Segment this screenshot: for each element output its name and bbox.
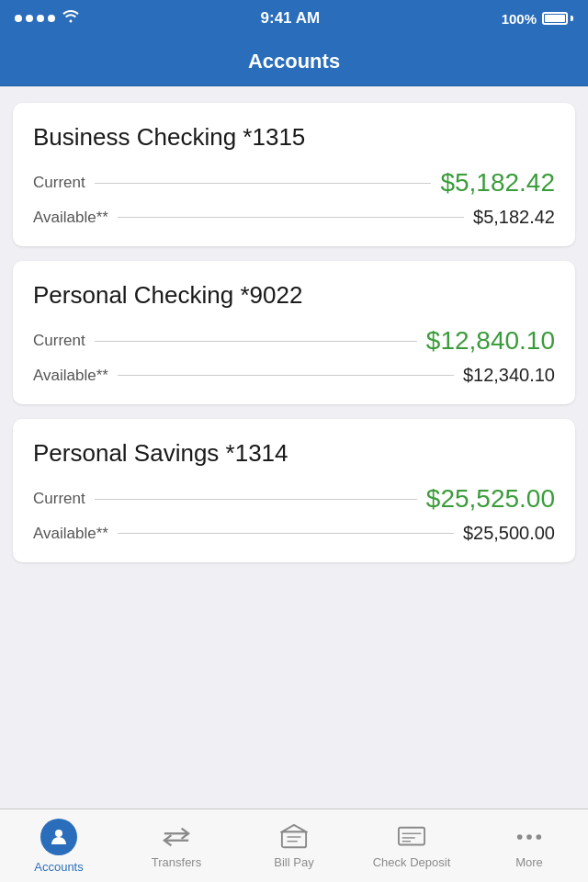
tab-more-label: More	[515, 855, 543, 869]
current-amount-0: $5,182.42	[440, 168, 555, 198]
dot4	[48, 15, 55, 22]
tab-accounts[interactable]: Accounts	[0, 809, 118, 882]
tab-checkdeposit-label: Check Deposit	[373, 855, 451, 869]
tab-transfers[interactable]: Transfers	[118, 809, 235, 882]
page-title: Accounts	[248, 50, 340, 74]
account-available-row-0: Available** $5,182.42	[33, 207, 555, 228]
billpay-icon	[280, 823, 308, 851]
dots-0	[95, 183, 432, 184]
signal-dots	[15, 15, 55, 22]
tab-more[interactable]: More	[470, 809, 588, 882]
available-amount-0: $5,182.42	[473, 207, 555, 228]
svg-point-11	[517, 834, 523, 840]
dots-avail-1	[118, 375, 454, 376]
available-amount-2: $25,500.00	[463, 523, 555, 544]
checkdeposit-icon	[398, 823, 425, 851]
dot2	[26, 15, 33, 22]
accounts-tab-icon	[40, 819, 77, 855]
tab-accounts-label: Accounts	[34, 860, 83, 874]
accounts-list: Business Checking *1315 Current $5,182.4…	[0, 86, 588, 808]
dot1	[15, 15, 22, 22]
svg-point-13	[537, 834, 542, 840]
dots-1	[95, 341, 417, 342]
dots-2	[95, 499, 417, 500]
svg-point-12	[526, 834, 532, 840]
status-bar: 9:41 AM 100%	[0, 0, 588, 37]
current-amount-2: $25,525.00	[426, 484, 555, 514]
account-name-2: Personal Savings *1314	[33, 439, 555, 468]
transfers-icon	[163, 823, 190, 851]
account-current-row-2: Current $25,525.00	[33, 484, 555, 514]
svg-rect-3	[282, 831, 306, 847]
account-available-row-2: Available** $25,500.00	[33, 523, 555, 544]
account-card-0[interactable]: Business Checking *1315 Current $5,182.4…	[13, 103, 575, 246]
svg-marker-4	[282, 824, 306, 831]
battery-icon	[542, 12, 573, 25]
tab-checkdeposit[interactable]: Check Deposit	[353, 809, 470, 882]
account-current-row-1: Current $12,840.10	[33, 326, 555, 356]
current-label-0: Current	[33, 174, 85, 192]
svg-point-0	[55, 830, 62, 837]
available-amount-1: $12,340.10	[463, 365, 555, 386]
account-card-2[interactable]: Personal Savings *1314 Current $25,525.0…	[13, 419, 575, 562]
current-label-2: Current	[33, 490, 85, 508]
available-label-1: Available**	[33, 367, 108, 385]
account-available-row-1: Available** $12,340.10	[33, 365, 555, 386]
account-card-1[interactable]: Personal Checking *9022 Current $12,840.…	[13, 261, 575, 404]
status-right: 100%	[502, 11, 573, 27]
current-label-1: Current	[33, 332, 85, 350]
available-label-2: Available**	[33, 525, 108, 543]
dots-avail-0	[118, 217, 464, 218]
status-time: 9:41 AM	[261, 9, 321, 28]
account-name-0: Business Checking *1315	[33, 123, 555, 152]
dots-avail-2	[118, 533, 454, 534]
svg-rect-7	[399, 827, 424, 844]
account-name-1: Personal Checking *9022	[33, 281, 555, 310]
tab-billpay[interactable]: Bill Pay	[235, 809, 353, 882]
current-amount-1: $12,840.10	[426, 326, 555, 356]
available-label-0: Available**	[33, 209, 108, 227]
battery-percent: 100%	[502, 11, 537, 27]
account-current-row-0: Current $5,182.42	[33, 168, 555, 198]
tab-billpay-label: Bill Pay	[274, 855, 313, 869]
wifi-icon	[62, 10, 79, 27]
status-left	[15, 10, 79, 27]
more-icon	[515, 823, 543, 851]
tab-transfers-label: Transfers	[152, 855, 201, 869]
tab-bar: Accounts Transfers Bill Pay	[0, 808, 588, 882]
nav-bar: Accounts	[0, 37, 588, 86]
dot3	[37, 15, 44, 22]
